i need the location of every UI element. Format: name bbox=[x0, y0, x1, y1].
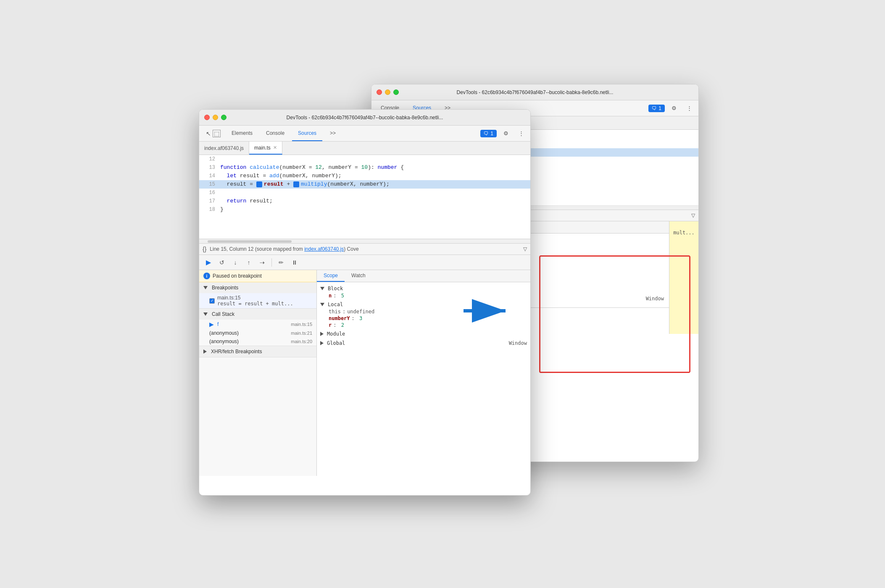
front-scrollbar-h[interactable] bbox=[199, 239, 530, 243]
front-tab-elements[interactable]: Elements bbox=[226, 126, 258, 141]
front-bp-checkbox[interactable]: ✓ bbox=[209, 298, 215, 304]
front-status-bar: {} Line 15, Column 12 (source mapped fro… bbox=[199, 243, 530, 255]
front-window-title: DevTools - 62c6b934c4b7f676049af4b7--buc… bbox=[287, 115, 443, 121]
front-source-link[interactable]: index.af063740.js bbox=[304, 246, 344, 252]
front-local-arrow bbox=[320, 303, 324, 306]
front-edit-btn[interactable]: ✏ bbox=[275, 257, 287, 268]
front-cursor-icon: ↖ ⬚ bbox=[203, 126, 224, 141]
front-tab-bar: ↖ ⬚ Elements Console Sources >> 🗨 1 ⚙ ⋮ bbox=[199, 126, 530, 142]
front-xhr-header[interactable]: XHR/fetch Breakpoints bbox=[199, 346, 316, 357]
front-code-line-17: 17 return result; bbox=[199, 197, 530, 205]
front-pause-btn[interactable]: ⏸ bbox=[289, 257, 300, 268]
front-breakpoints-arrow bbox=[203, 286, 208, 289]
front-message-badge[interactable]: 🗨 1 bbox=[480, 130, 497, 137]
back-settings-btn[interactable]: ⚙ bbox=[668, 102, 680, 114]
front-debug-toolbar: ▶ ↺ ↓ ↑ ⇢ ✏ ⏸ bbox=[199, 255, 530, 270]
front-breakpoint-item: ✓ main.ts:15 result = result + mult... bbox=[199, 293, 316, 308]
front-scope-tabs: Scope Watch bbox=[317, 270, 530, 282]
front-traffic-lights bbox=[204, 115, 227, 120]
front-code-line-12: 12 bbox=[199, 155, 530, 163]
front-code-line-16: 16 bbox=[199, 189, 530, 197]
front-toolbar-divider bbox=[271, 258, 272, 267]
front-close-tab-icon[interactable]: ✕ bbox=[273, 145, 277, 150]
front-paused-banner: i Paused on breakpoint bbox=[199, 270, 316, 282]
front-breakpoints-header[interactable]: Breakpoints bbox=[199, 282, 316, 293]
front-file-tab-ts[interactable]: main.ts ✕ bbox=[249, 142, 282, 155]
front-watch-tab[interactable]: Watch bbox=[345, 270, 372, 282]
front-close-btn[interactable] bbox=[204, 115, 210, 120]
front-step-into-btn[interactable]: ↓ bbox=[229, 257, 241, 268]
front-step-over-btn[interactable]: ↺ bbox=[216, 257, 228, 268]
front-cs-arrow: ▶ bbox=[209, 321, 214, 328]
front-step-back-btn[interactable]: ⇢ bbox=[256, 257, 268, 268]
front-status-toggle[interactable]: ▽ bbox=[523, 246, 527, 252]
front-breakpoints-section: Breakpoints ✓ main.ts:15 result = result… bbox=[199, 282, 316, 309]
front-code-line-15: 15 result = result + multiply(numberX, n… bbox=[199, 180, 530, 189]
front-scrollbar-thumb[interactable] bbox=[208, 240, 292, 243]
front-braces-icon: {} bbox=[203, 246, 206, 252]
front-minimize-btn[interactable] bbox=[213, 115, 218, 120]
front-callstack-section: Call Stack ▶ f main.ts:15 (anonymous) ma… bbox=[199, 309, 316, 346]
front-title-bar: DevTools - 62c6b934c4b7f676049af4b7--buc… bbox=[199, 110, 530, 126]
back-message-badge[interactable]: 🗨 1 bbox=[648, 105, 665, 112]
front-cs-item-anon1[interactable]: (anonymous) main.ts:21 bbox=[199, 329, 316, 337]
front-cs-item-f[interactable]: ▶ f main.ts:15 bbox=[199, 320, 316, 329]
front-callstack-header[interactable]: Call Stack bbox=[199, 309, 316, 320]
back-status-toggle[interactable]: ▽ bbox=[691, 213, 695, 218]
back-mult-column: mult... bbox=[669, 221, 698, 334]
front-scope-block: Block n: 5 bbox=[320, 285, 527, 299]
blue-arrow bbox=[464, 298, 514, 323]
front-info-icon: i bbox=[203, 273, 210, 279]
back-more-btn[interactable]: ⋮ bbox=[683, 102, 695, 114]
front-settings-btn[interactable]: ⚙ bbox=[500, 128, 512, 139]
front-resume-btn[interactable]: ▶ bbox=[203, 257, 214, 268]
front-tab-console[interactable]: Console bbox=[260, 126, 290, 141]
front-code-line-14: 14 let result = add(numberX, numberY); bbox=[199, 172, 530, 180]
back-close-btn[interactable] bbox=[377, 89, 382, 95]
front-tab-sources[interactable]: Sources bbox=[292, 126, 322, 141]
front-tab-more[interactable]: >> bbox=[324, 126, 342, 141]
front-callstack-arrow bbox=[203, 312, 208, 316]
front-code-line-18: 18 } bbox=[199, 205, 530, 214]
front-scope-module: Module bbox=[320, 330, 527, 338]
back-minimize-btn[interactable] bbox=[385, 89, 390, 95]
front-cs-item-anon2[interactable]: (anonymous) main.ts:20 bbox=[199, 337, 316, 346]
front-more-btn[interactable]: ⋮ bbox=[515, 128, 527, 139]
front-code-line-13: 13 function calculate(numberX = 12, numb… bbox=[199, 163, 530, 172]
front-scope-global: Global Window bbox=[320, 339, 527, 347]
front-module-arrow bbox=[320, 332, 324, 336]
back-maximize-btn[interactable] bbox=[393, 89, 399, 95]
front-block-arrow bbox=[320, 287, 324, 290]
front-bp-code: result = result + mult... bbox=[217, 301, 293, 307]
front-file-tabs: index.af063740.js main.ts ✕ bbox=[199, 142, 530, 155]
front-left-panel: i Paused on breakpoint Breakpoints ✓ bbox=[199, 270, 317, 476]
front-maximize-btn[interactable] bbox=[221, 115, 227, 120]
front-global-arrow bbox=[320, 341, 324, 345]
front-tab-icons: 🗨 1 ⚙ ⋮ bbox=[480, 126, 527, 141]
front-step-out-btn[interactable]: ↑ bbox=[243, 257, 255, 268]
front-code-area: 12 13 function calculate(numberX = 12, n… bbox=[199, 155, 530, 239]
front-xhr-arrow bbox=[203, 349, 207, 354]
front-bp-file: main.ts:15 bbox=[217, 295, 293, 301]
back-title-bar: DevTools - 62c6b934c4b7f676049af4b7--buc… bbox=[371, 84, 698, 100]
front-xhr-section: XHR/fetch Breakpoints bbox=[199, 346, 316, 357]
front-file-tab-js[interactable]: index.af063740.js bbox=[199, 142, 249, 155]
back-traffic-lights bbox=[377, 89, 399, 95]
back-tab-icons: 🗨 1 ⚙ ⋮ bbox=[648, 100, 695, 116]
back-window-title: DevTools - 62c6b934c4b7f676049af4b7--buc… bbox=[457, 89, 614, 95]
front-scope-tab[interactable]: Scope bbox=[317, 270, 345, 282]
